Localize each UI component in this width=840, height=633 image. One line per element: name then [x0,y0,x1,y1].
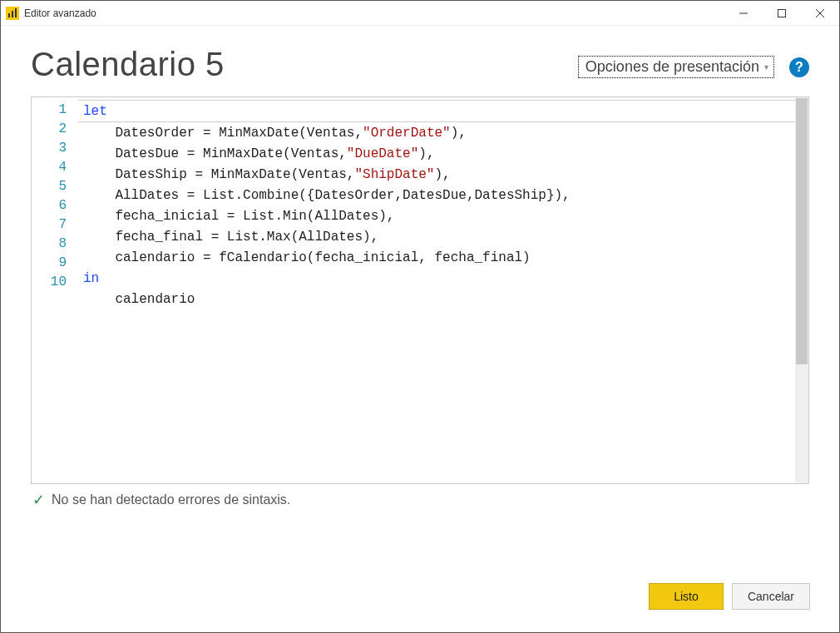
status-bar: ✓ No se han detectado errores de sintaxi… [31,484,809,509]
status-message: No se han detectado errores de sintaxis. [52,492,290,507]
done-button-label: Listo [674,590,699,603]
code-area[interactable]: let DatesOrder = MinMaxDate(Ventas,"Orde… [78,97,808,483]
code-token: AllDates = List.Combine({DatesOrder,Date… [83,188,571,203]
code-token: calendario [83,292,195,307]
svg-rect-2 [15,8,17,17]
window-controls [724,1,839,26]
help-icon: ? [795,60,803,75]
minimize-button[interactable] [724,1,763,26]
code-token: DatesShip = MinMaxDate(Ventas, [83,167,354,182]
code-token: "OrderDate" [363,126,451,141]
code-token: fecha_inicial = List.Min(AllDates), [83,209,394,224]
code-line[interactable]: calendario [78,289,808,309]
display-options-label: Opciones de presentación [586,58,759,76]
dialog-footer: Listo Cancelar [649,583,810,610]
code-token: ), [451,126,467,141]
line-number: 6 [32,195,78,215]
page-title: Calendario 5 [31,46,225,83]
code-line[interactable]: let [78,100,802,122]
code-token: fecha_final = List.Max(AllDates), [83,230,378,245]
done-button[interactable]: Listo [649,583,724,610]
code-token: ), [418,146,434,161]
code-token: ), [434,167,450,182]
line-number: 3 [32,138,78,157]
svg-rect-0 [8,13,10,17]
maximize-button[interactable] [763,1,801,26]
code-token: DatesDue = MinMaxDate(Ventas, [83,146,347,161]
svg-rect-4 [778,9,786,17]
code-line[interactable]: calendario = fCalendario(fecha_inicial, … [78,247,808,268]
code-line[interactable]: in [78,268,808,289]
code-line[interactable]: DatesDue = MinMaxDate(Ventas,"DueDate"), [78,143,808,164]
display-options-dropdown[interactable]: Opciones de presentación ▾ [578,56,774,78]
line-number-gutter: 12345678910 [32,97,78,483]
line-number: 9 [32,253,78,272]
window-title: Editor avanzado [24,7,96,19]
svg-rect-1 [12,11,13,17]
line-number: 7 [32,215,78,234]
code-token: in [83,271,99,286]
code-line[interactable]: DatesOrder = MinMaxDate(Ventas,"OrderDat… [78,122,808,143]
vertical-scrollbar[interactable] [795,97,808,483]
app-icon [6,7,19,20]
help-button[interactable]: ? [789,57,809,77]
header: Calendario 5 Opciones de presentación ▾ … [31,46,809,83]
code-editor[interactable]: 12345678910 let DatesOrder = MinMaxDate(… [31,96,809,484]
line-number: 4 [32,157,78,176]
code-token: "DueDate" [347,146,418,161]
line-number: 8 [32,234,78,253]
cancel-button[interactable]: Cancelar [732,583,810,610]
titlebar: Editor avanzado [1,1,839,26]
chevron-down-icon: ▾ [764,62,768,72]
code-line[interactable]: AllDates = List.Combine({DatesOrder,Date… [78,185,808,205]
line-number: 1 [32,100,78,119]
close-button[interactable] [801,1,839,26]
code-token: let [83,104,107,119]
code-token: "ShipDate" [354,167,434,182]
scrollbar-thumb[interactable] [796,98,808,364]
line-number: 2 [32,119,78,138]
code-line[interactable]: DatesShip = MinMaxDate(Ventas,"ShipDate"… [78,164,808,185]
cancel-button-label: Cancelar [748,590,794,603]
code-token: DatesOrder = MinMaxDate(Ventas, [83,126,363,141]
line-number: 10 [32,272,78,291]
check-icon: ✓ [32,491,45,509]
code-token: calendario = fCalendario(fecha_inicial, … [83,250,531,265]
code-line[interactable]: fecha_inicial = List.Min(AllDates), [78,205,808,226]
code-line[interactable]: fecha_final = List.Max(AllDates), [78,226,808,247]
line-number: 5 [32,176,78,195]
